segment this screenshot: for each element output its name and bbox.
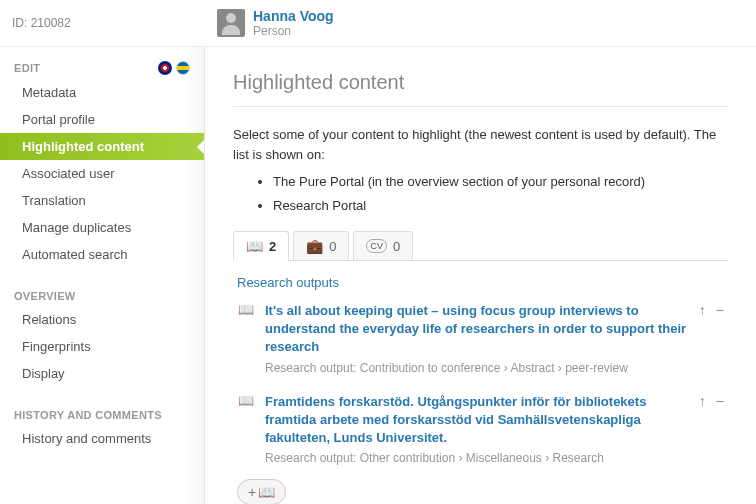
history-label: HISTORY AND COMMENTS (14, 409, 162, 421)
sidebar-item-display[interactable]: Display (0, 360, 204, 387)
divider (233, 106, 728, 107)
person-type: Person (253, 24, 334, 38)
header: ID: 210082 Hanna Voog Person (0, 0, 756, 47)
briefcase-icon: 💼 (306, 238, 323, 254)
output-title[interactable]: It's all about keeping quiet – using foc… (265, 302, 689, 357)
output-row: 📖 It's all about keeping quiet – using f… (237, 298, 724, 389)
output-meta: Research output: Contribution to confere… (265, 361, 689, 375)
record-id: ID: 210082 (12, 16, 217, 30)
main-content: Highlighted content Select some of your … (205, 47, 756, 504)
intro-bullet: Research Portal (273, 196, 728, 216)
sidebar-section-history: HISTORY AND COMMENTS (0, 405, 204, 425)
remove-icon[interactable]: − (716, 393, 724, 409)
sidebar-item-metadata[interactable]: Metadata (0, 79, 204, 106)
sidebar-item-manage-duplicates[interactable]: Manage duplicates (0, 214, 204, 241)
tab-cv[interactable]: CV 0 (353, 231, 413, 260)
flag-uk-icon[interactable] (158, 61, 172, 75)
move-up-icon[interactable]: ↑ (699, 393, 706, 409)
tab-activities[interactable]: 💼 0 (293, 231, 349, 260)
sidebar: EDIT Metadata Portal profile Highlighted… (0, 47, 205, 504)
sidebar-item-translation[interactable]: Translation (0, 187, 204, 214)
move-up-icon[interactable]: ↑ (699, 302, 706, 318)
book-icon: 📖 (237, 393, 255, 408)
book-icon: 📖 (246, 238, 263, 254)
output-row: 📖 Framtidens forskarstöd. Utgångspunkter… (237, 389, 724, 480)
add-output-button[interactable]: +📖 (237, 479, 286, 504)
book-icon: 📖 (258, 484, 275, 500)
tab-count: 2 (269, 239, 276, 254)
overview-label: OVERVIEW (14, 290, 76, 302)
tab-count: 0 (329, 239, 336, 254)
plus-icon: + (248, 484, 256, 500)
cv-icon: CV (366, 239, 387, 253)
sidebar-item-relations[interactable]: Relations (0, 306, 204, 333)
sidebar-item-fingerprints[interactable]: Fingerprints (0, 333, 204, 360)
tab-content: Research outputs 📖 It's all about keepin… (233, 261, 728, 504)
output-title[interactable]: Framtidens forskarstöd. Utgångspunkter i… (265, 393, 689, 448)
tabs: 📖 2 💼 0 CV 0 (233, 231, 728, 261)
remove-icon[interactable]: − (716, 302, 724, 318)
sidebar-item-highlighted-content[interactable]: Highlighted content (0, 133, 204, 160)
tab-count: 0 (393, 239, 400, 254)
sidebar-item-automated-search[interactable]: Automated search (0, 241, 204, 268)
intro-paragraph: Select some of your content to highlight… (233, 127, 716, 162)
sidebar-item-portal-profile[interactable]: Portal profile (0, 106, 204, 133)
person-name[interactable]: Hanna Voog (253, 8, 334, 24)
intro-text: Select some of your content to highlight… (233, 125, 728, 215)
research-outputs-header: Research outputs (237, 275, 724, 290)
sidebar-section-edit: EDIT (0, 57, 204, 79)
person-block: Hanna Voog Person (217, 8, 334, 38)
page-title: Highlighted content (233, 71, 728, 94)
flag-se-icon[interactable] (176, 61, 190, 75)
sidebar-item-history-comments[interactable]: History and comments (0, 425, 204, 452)
sidebar-section-overview: OVERVIEW (0, 286, 204, 306)
book-icon: 📖 (237, 302, 255, 317)
output-meta: Research output: Other contribution › Mi… (265, 451, 689, 465)
intro-bullet: The Pure Portal (in the overview section… (273, 172, 728, 192)
edit-label: EDIT (14, 62, 40, 74)
person-icon (217, 9, 245, 37)
tab-research-outputs[interactable]: 📖 2 (233, 231, 289, 261)
sidebar-item-associated-user[interactable]: Associated user (0, 160, 204, 187)
